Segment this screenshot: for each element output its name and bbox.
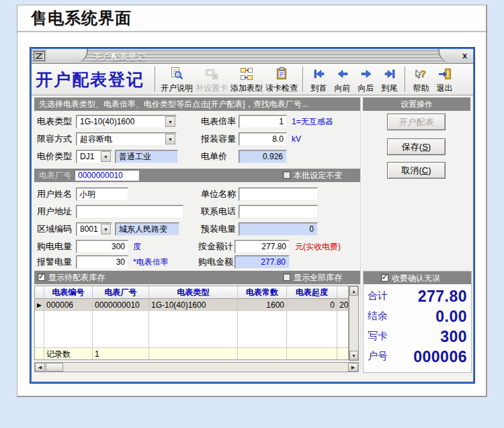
batch-fixed-checkbox[interactable] — [283, 171, 290, 179]
purchase-qty-input[interactable] — [76, 240, 128, 253]
window-titlebar[interactable]: 开户配表登记 x — [32, 49, 473, 64]
scroll-left-icon[interactable]: ◀ — [35, 363, 45, 372]
alarm-qty-hint: *电表倍率 — [133, 255, 169, 269]
alarm-qty-label: 报警电量 — [37, 255, 72, 269]
check-icon: ✓ — [382, 273, 388, 282]
scroll-up-icon[interactable]: ▲ — [349, 286, 358, 296]
toolbar-button-label: 读卡检查 — [265, 83, 298, 93]
phone-input[interactable] — [239, 205, 318, 218]
by-amount-hint: 元(实收电费) — [295, 240, 341, 253]
price-type-code: DJ1 — [80, 152, 94, 162]
open-help-button[interactable]: 开户说明 — [159, 65, 194, 93]
pending-stock-checkbox[interactable]: ✓ — [38, 273, 45, 281]
settings-bar-label: 设置操作 — [401, 99, 433, 110]
toolbar-button-label: 补设置卡 — [196, 83, 228, 93]
user-name-input[interactable] — [76, 187, 128, 201]
all-stock-checkbox[interactable] — [283, 273, 290, 281]
factory-number-input[interactable] — [75, 170, 139, 181]
fee-confirm-checkbox[interactable]: ✓ — [381, 274, 388, 282]
toolbar-button-label: 添加表型 — [230, 83, 263, 93]
fee-confirm-label: 收费确认无误 — [392, 271, 440, 285]
toolbar-separator — [405, 67, 406, 92]
limit-mode-select[interactable]: 超容断电 ▼ — [76, 132, 177, 146]
table-row[interactable]: ▶ 000006 0000000010 1G-10(40)1600 1600 0… — [35, 299, 348, 311]
column-header[interactable]: 电表常数 — [238, 286, 287, 299]
table-horizontal-scrollbar[interactable]: ◀ ▶ — [34, 362, 359, 372]
close-icon[interactable]: x — [462, 51, 467, 60]
chevron-down-icon[interactable]: ▼ — [101, 224, 111, 234]
pending-stock-label: 显示待配表库存 — [48, 271, 105, 284]
chevron-down-icon[interactable]: ▼ — [101, 151, 111, 162]
toolbar-button-label: 向前 — [335, 83, 351, 93]
total-value: 300 — [440, 328, 467, 346]
nav-first-icon — [312, 67, 326, 83]
column-header[interactable]: 电表编号 — [44, 286, 93, 299]
purchase-qty-unit: 度 — [133, 240, 141, 253]
capacity-label: 报装容量 — [201, 132, 236, 146]
exit-icon — [438, 67, 452, 83]
exit-button[interactable]: 退出 — [433, 65, 456, 93]
column-header[interactable]: 电表类型 — [149, 286, 238, 299]
scrollbar-thumb[interactable] — [46, 363, 63, 372]
total-row: 户号 000006 — [364, 347, 471, 367]
meter-type-label: 电表类型 — [37, 115, 72, 128]
region-name: 城东人民路变 — [115, 222, 179, 236]
unit-price-value: 0.926 — [239, 150, 287, 163]
chevron-down-icon[interactable]: ▼ — [165, 116, 175, 127]
total-value: 0.00 — [435, 308, 467, 326]
cancel-button[interactable]: 取消(C) — [387, 162, 446, 179]
nav-last-button[interactable]: 到尾 — [378, 65, 401, 93]
company-label: 单位名称 — [201, 187, 236, 201]
nav-next-button[interactable]: 向后 — [354, 65, 378, 93]
multiplier-input[interactable] — [239, 115, 287, 128]
save-button[interactable]: 保存(S) — [387, 138, 446, 155]
table-header-row: 电表编号 电表厂号 电表类型 电表常数 电表起度 — [35, 286, 348, 299]
read-card-check-button[interactable]: 读卡检查 — [264, 65, 299, 93]
nav-prev-button[interactable]: 向前 — [331, 65, 354, 93]
column-header — [337, 286, 348, 299]
save-button-label: 保存(S) — [402, 141, 431, 153]
toolbar-button-label: 退出 — [437, 83, 453, 93]
totals-panel: ✓ 收费确认无误 合计 277.80 结余 0.00 写卡 300 — [363, 271, 472, 373]
capacity-input[interactable] — [239, 132, 287, 146]
price-type-select[interactable]: DJ1 ▼ — [76, 150, 112, 163]
toolbar-button-label: 到尾 — [382, 83, 398, 93]
limit-mode-label: 限容方式 — [37, 132, 72, 146]
by-amount-input[interactable] — [235, 240, 290, 253]
address-label: 用户地址 — [37, 205, 72, 218]
help-button[interactable]: ? 帮助 — [409, 65, 433, 93]
limit-mode-value: 超容断电 — [80, 134, 112, 144]
toolbar-button-label: 帮助 — [413, 83, 429, 93]
price-type-name: 普通工业 — [115, 150, 178, 163]
add-meter-type-button[interactable]: 添加表型 — [229, 65, 264, 93]
column-header[interactable]: 电表起度 — [287, 286, 337, 299]
toolbar-button-label: 到首 — [311, 83, 327, 93]
chevron-down-icon[interactable]: ▼ — [165, 134, 175, 144]
cell-meter-constant: 1600 — [238, 299, 287, 311]
table-footer-row: 记录数 1 — [35, 347, 348, 359]
meter-type-select[interactable]: 1G-10(40)1600 ▼ — [76, 115, 177, 128]
factory-number-label: 电表厂号 — [34, 170, 71, 181]
preload-label: 预装电量 — [201, 222, 236, 236]
scroll-down-icon[interactable]: ▼ — [349, 351, 358, 360]
company-input[interactable] — [239, 187, 318, 201]
multiplier-hint: 1=无互感器 — [292, 115, 333, 128]
scroll-right-icon[interactable]: ▶ — [348, 363, 358, 372]
purchase-amount-label: 购电金额 — [198, 255, 233, 269]
total-label: 户号 — [368, 350, 388, 363]
purchase-qty-label: 购电电量 — [37, 240, 72, 253]
address-input[interactable] — [76, 205, 183, 218]
batch-fixed-label: 本批设定不变 — [294, 169, 342, 182]
region-code-select[interactable]: 8001 ▼ — [76, 222, 112, 236]
panel-divider — [360, 97, 362, 369]
total-label: 写卡 — [368, 330, 388, 343]
purchase-amount-value: 277.80 — [235, 255, 290, 269]
table-vertical-scrollbar[interactable]: ▲ ▼ — [349, 286, 359, 361]
column-header[interactable]: 电表厂号 — [93, 286, 149, 299]
page-header: 售电系统界面 — [17, 5, 486, 32]
total-value: 000006 — [413, 348, 467, 366]
by-amount-label: 按金额计 — [198, 240, 233, 253]
nav-first-button[interactable]: 到首 — [307, 65, 331, 93]
meter-type-value: 1G-10(40)1600 — [80, 117, 134, 127]
alarm-qty-input[interactable] — [76, 255, 128, 269]
